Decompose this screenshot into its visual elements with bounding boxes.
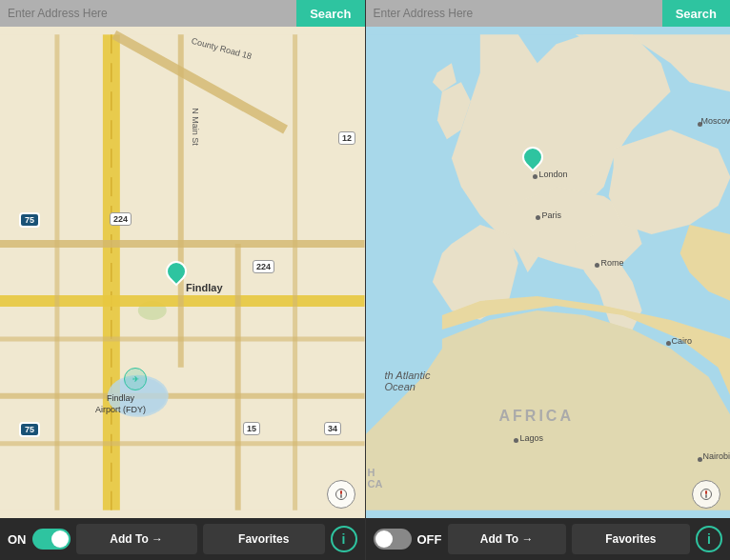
left-info-button[interactable]: i bbox=[331, 526, 357, 552]
right-search-input[interactable] bbox=[366, 0, 662, 27]
left-search-input[interactable] bbox=[0, 0, 296, 27]
south-label: HCA bbox=[368, 467, 383, 490]
badge-i75-bot: 75 bbox=[19, 422, 40, 437]
right-compass-button[interactable] bbox=[692, 480, 720, 509]
right-favorites-button[interactable]: Favorites bbox=[572, 524, 690, 554]
left-compass-button[interactable] bbox=[327, 480, 355, 509]
findlay-pin bbox=[166, 261, 187, 282]
right-toggle-container: OFF bbox=[374, 529, 442, 550]
moscow-label: Moscow bbox=[701, 116, 731, 126]
airport-label: FindlayAirport (FDY) bbox=[95, 393, 146, 415]
right-bottom-bar: OFF Add To → Favorites i bbox=[366, 518, 731, 560]
right-search-button[interactable]: Search bbox=[662, 0, 730, 27]
left-toggle-label: ON bbox=[8, 532, 27, 547]
right-panel: Search bbox=[366, 0, 731, 560]
badge-15: 15 bbox=[243, 422, 260, 435]
africa-label: AFRICA bbox=[499, 408, 574, 425]
rome-dot bbox=[595, 263, 599, 268]
right-info-button[interactable]: i bbox=[696, 526, 722, 552]
badge-12: 12 bbox=[338, 131, 355, 145]
rome-label: Rome bbox=[601, 258, 624, 268]
badge-224-top: 224 bbox=[110, 212, 132, 226]
left-toggle-container: ON bbox=[8, 529, 71, 550]
airport-icon: ✈ bbox=[124, 368, 147, 390]
left-toggle-knob bbox=[51, 530, 69, 548]
badge-i75-top: 75 bbox=[19, 212, 40, 228]
left-panel: Search bbox=[0, 0, 366, 560]
london-dot bbox=[533, 174, 537, 179]
badge-224-mid: 224 bbox=[253, 260, 274, 273]
lagos-label: Lagos bbox=[520, 433, 544, 443]
paris-dot bbox=[536, 215, 540, 220]
ocean-label: th AtlanticOcean bbox=[385, 370, 431, 392]
right-toggle-knob bbox=[375, 530, 393, 548]
left-search-bar: Search bbox=[0, 0, 365, 27]
right-search-bar: Search bbox=[366, 0, 731, 27]
london-pin bbox=[522, 147, 543, 168]
road-label-main: N Main St bbox=[191, 108, 200, 146]
left-map: County Road 18 N Main St 75 224 12 224 7… bbox=[0, 27, 365, 518]
left-add-to-button[interactable]: Add To → bbox=[76, 524, 198, 554]
left-search-button[interactable]: Search bbox=[296, 0, 364, 27]
left-toggle-switch[interactable] bbox=[32, 529, 71, 550]
findlay-label: Findlay bbox=[186, 282, 223, 293]
lagos-dot bbox=[514, 438, 518, 443]
compass-inner bbox=[335, 489, 347, 500]
right-add-to-button[interactable]: Add To → bbox=[448, 524, 566, 554]
nairobi-label: Nairobi bbox=[703, 451, 731, 461]
right-toggle-switch[interactable] bbox=[374, 529, 412, 550]
right-toggle-label: OFF bbox=[417, 532, 442, 547]
london-label: London bbox=[539, 170, 568, 179]
paris-label: Paris bbox=[542, 210, 562, 220]
right-map: London Paris Moscow Rome Cairo Lagos Nai… bbox=[366, 27, 731, 518]
cairo-dot bbox=[666, 341, 671, 346]
cairo-label: Cairo bbox=[672, 336, 693, 346]
right-compass-inner bbox=[700, 489, 712, 500]
left-bottom-bar: ON Add To → Favorites i bbox=[0, 518, 365, 560]
badge-extra: 34 bbox=[324, 422, 341, 435]
left-favorites-button[interactable]: Favorites bbox=[203, 524, 325, 554]
app-container: Search bbox=[0, 0, 730, 560]
nairobi-dot bbox=[698, 457, 702, 462]
